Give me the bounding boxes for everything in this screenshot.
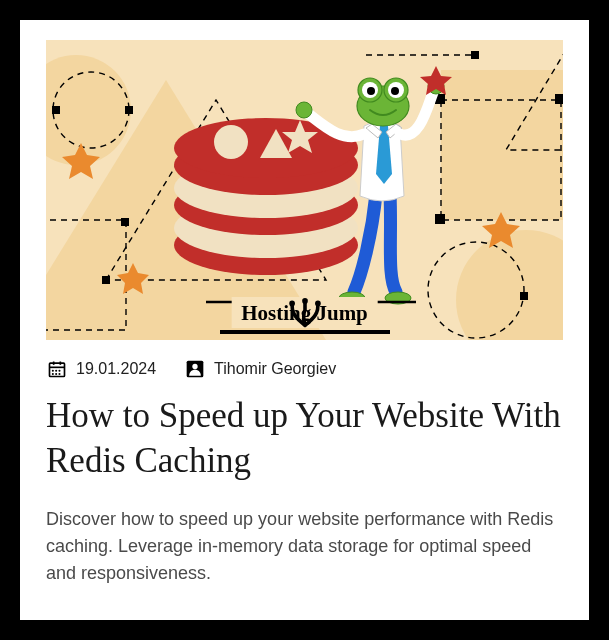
meta-date: 19.01.2024 [46, 358, 156, 380]
svg-rect-13 [125, 106, 133, 114]
svg-rect-17 [435, 214, 445, 224]
brand-underline [220, 330, 390, 334]
post-date: 19.01.2024 [76, 360, 156, 378]
svg-point-38 [296, 102, 312, 118]
svg-rect-14 [102, 276, 110, 284]
brand-badge: Hosting Jump [231, 297, 378, 328]
svg-point-46 [367, 87, 375, 95]
svg-point-47 [391, 87, 399, 95]
svg-point-63 [192, 364, 197, 369]
svg-point-49 [302, 298, 308, 304]
post-excerpt: Discover how to speed up your website pe… [46, 506, 563, 587]
hero-svg [46, 40, 563, 340]
person-icon [184, 358, 206, 380]
svg-rect-19 [121, 218, 129, 226]
post-title: How to Speed up Your Website With Redis … [46, 394, 563, 484]
frog-foot-icon [231, 297, 378, 328]
svg-rect-20 [471, 51, 479, 59]
redis-logo [174, 118, 358, 275]
svg-rect-12 [52, 106, 60, 114]
meta-author: Tihomir Georgiev [184, 358, 336, 380]
svg-point-50 [289, 301, 295, 307]
post-meta: 19.01.2024 Tihomir Georgiev [46, 358, 563, 380]
calendar-icon [46, 358, 68, 380]
post-author: Tihomir Georgiev [214, 360, 336, 378]
article-card: Hosting Jump 19.01.2024 [20, 20, 589, 620]
svg-point-51 [315, 301, 321, 307]
svg-rect-16 [555, 94, 563, 104]
svg-point-30 [214, 125, 248, 159]
hero-image: Hosting Jump [46, 40, 563, 340]
svg-rect-18 [520, 292, 528, 300]
svg-rect-2 [441, 70, 563, 220]
